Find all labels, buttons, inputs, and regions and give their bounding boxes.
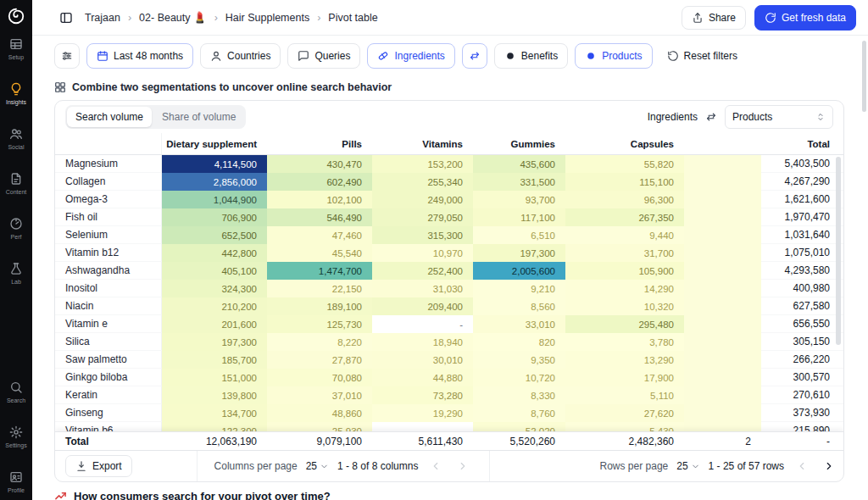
pivot-body: Magnesium4,114,500430,470153,200435,6005…	[55, 155, 843, 431]
sidebar-item-label: Insights	[6, 99, 26, 105]
breadcrumb-separator: ›	[317, 12, 320, 24]
value-cell: 122,300	[162, 422, 267, 431]
value-cell	[684, 155, 761, 173]
row-total-cell: 215,890	[761, 422, 843, 431]
view-settings-button[interactable]	[54, 43, 80, 69]
value-cell: 295,480	[565, 315, 684, 333]
document-icon	[9, 172, 23, 186]
sidebar-item-social[interactable]: Social	[0, 127, 32, 150]
value-cell: 9,210	[473, 280, 565, 297]
value-cell	[684, 315, 761, 333]
breadcrumb-item-study[interactable]: Hair Supplements	[225, 12, 309, 24]
value-cell: 31,700	[565, 244, 684, 262]
total-cell: 12,063,190	[162, 432, 267, 450]
value-cell: 55,820	[565, 155, 684, 173]
countries-filter-button[interactable]: Countries	[200, 43, 281, 69]
sidebar-item-settings[interactable]: Settings	[0, 425, 32, 448]
columns-per-page-select[interactable]: 25	[306, 460, 329, 472]
value-cell: 10,720	[473, 369, 565, 386]
tab-search-volume[interactable]: Search volume	[67, 107, 152, 127]
sidebar-item-insights[interactable]: Insights	[0, 82, 32, 105]
value-cell	[684, 208, 761, 226]
sidebar-item-content[interactable]: Content	[0, 172, 32, 195]
value-cell: 8,560	[473, 297, 565, 315]
reset-icon	[667, 50, 679, 62]
sliders-icon	[61, 50, 73, 62]
value-cell: 22,150	[267, 280, 372, 297]
table-scrollbar-thumb[interactable]	[836, 157, 841, 345]
sidebar-item-setup[interactable]: Setup	[0, 37, 32, 60]
share-label: Share	[709, 12, 736, 24]
value-cell: 652,500	[162, 226, 267, 244]
row-total-cell: 5,403,500	[761, 155, 843, 173]
value-cell: 249,000	[372, 191, 473, 208]
export-label: Export	[92, 460, 122, 472]
queries-filter-button[interactable]: Queries	[287, 43, 360, 69]
sidebar-item-search[interactable]: Search	[0, 381, 32, 403]
date-range-filter-button[interactable]: Last 48 months	[86, 43, 193, 69]
trajaan-logo-icon[interactable]	[7, 7, 25, 25]
sidebar-item-perf[interactable]: Perf	[0, 217, 32, 240]
row-total-cell: 656,550	[761, 315, 843, 333]
export-button[interactable]: Export	[65, 455, 132, 477]
sidebar-item-lab[interactable]: Lab	[0, 262, 32, 285]
row-label: Fish oil	[55, 208, 162, 226]
value-cell: 102,100	[267, 191, 372, 208]
chevron-down-icon	[320, 462, 329, 471]
value-cell: 8,760	[473, 404, 565, 422]
refresh-icon	[765, 12, 776, 24]
columns-range-text: 1 - 8 of 8 columns	[337, 460, 418, 472]
breadcrumb-item-workspace[interactable]: Trajaan	[85, 12, 120, 24]
value-cell: 820	[473, 333, 565, 351]
value-cell: 153,200	[372, 155, 473, 173]
value-cell: 201,600	[162, 315, 267, 333]
breadcrumb-item-project[interactable]: 02- Beauty 💄	[139, 11, 207, 24]
ingredients-filter-button[interactable]: Ingredients	[367, 43, 454, 69]
value-cell: 27,870	[267, 351, 372, 369]
filled-dot-icon	[504, 50, 516, 62]
table-row: Saw palmetto185,70027,87030,0109,35013,2…	[55, 351, 843, 369]
lightbulb-icon	[9, 82, 23, 96]
value-cell: 189,100	[267, 297, 372, 315]
columns-next-button	[453, 457, 472, 475]
chevron-right-icon	[823, 460, 835, 472]
value-cell: 197,300	[162, 333, 267, 351]
get-fresh-data-button[interactable]: Get fresh data	[754, 5, 856, 31]
sidebar-bottom-nav: Search Settings Profile	[0, 381, 32, 493]
tab-share-of-volume[interactable]: Share of volume	[153, 107, 244, 127]
row-total-cell: 4,267,290	[761, 173, 843, 191]
value-cell: 93,700	[473, 191, 565, 208]
value-cell	[684, 386, 761, 404]
value-cell: 17,900	[565, 369, 684, 386]
page-scrollbar-thumb[interactable]	[862, 41, 866, 112]
table-row: Vitamin e201,600125,730-33,010295,480656…	[55, 315, 843, 333]
value-cell	[684, 297, 761, 315]
sidebar-toggle-button[interactable]	[56, 8, 76, 28]
share-button[interactable]: Share	[682, 6, 746, 30]
row-total-cell: 300,570	[761, 369, 843, 386]
sidebar-item-profile[interactable]: Profile	[0, 470, 32, 493]
value-cell: 96,300	[565, 191, 684, 208]
table-row: Silica197,3008,22018,9408203,780305,150	[55, 333, 843, 351]
rows-next-button[interactable]	[820, 457, 838, 475]
swap-dimensions-button[interactable]	[705, 111, 717, 123]
breadcrumb-item-page[interactable]: Pivot table	[328, 12, 377, 24]
value-cell: 125,730	[267, 315, 372, 333]
gauge-icon	[9, 217, 23, 231]
value-cell: 430,470	[267, 155, 372, 173]
benefits-filter-button[interactable]: Benefits	[494, 43, 568, 69]
rows-per-page-select[interactable]: 25	[676, 460, 699, 472]
products-filter-button[interactable]: Products	[575, 43, 652, 69]
row-label: Keratin	[55, 386, 162, 404]
row-label: Ashwagandha	[55, 262, 162, 280]
reset-filters-button[interactable]: Reset filters	[659, 43, 745, 69]
ingredients-link-button[interactable]	[462, 43, 487, 69]
value-cell: 30,010	[372, 351, 473, 369]
table-row: Omega-31,044,900102,100249,00093,70096,3…	[55, 191, 843, 208]
download-icon	[75, 460, 87, 472]
column-dimension-select[interactable]: Products	[725, 105, 833, 129]
value-cell: 210,200	[162, 297, 267, 315]
value-cell: 4,114,500	[162, 155, 267, 173]
value-cell: 9,350	[473, 351, 565, 369]
sidebar-item-label: Search	[7, 397, 25, 403]
